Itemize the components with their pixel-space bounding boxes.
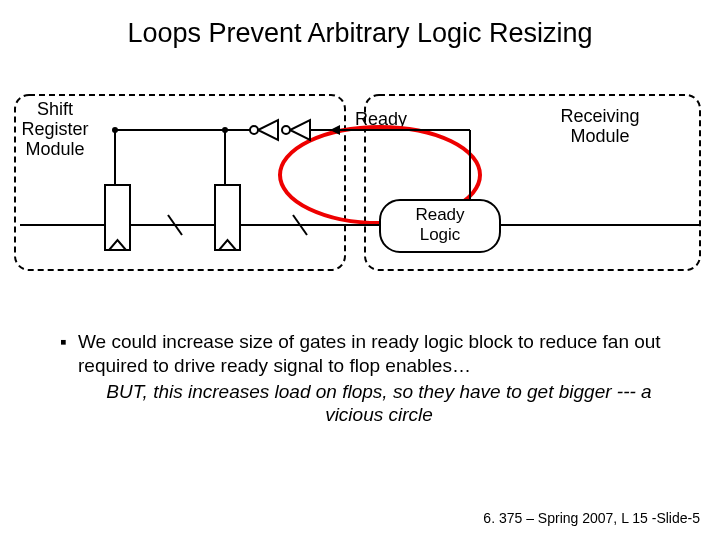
flop-icon (105, 185, 130, 250)
inverter-icon (250, 120, 278, 140)
svg-marker-2 (290, 120, 310, 140)
inverter-icon (282, 120, 310, 140)
circuit-diagram: Shift Register Module Receiving Module R… (10, 90, 710, 280)
svg-point-5 (250, 126, 258, 134)
bullet-text: We could increase size of gates in ready… (78, 330, 680, 378)
svg-marker-4 (258, 120, 278, 140)
shift-label-1: Shift (37, 99, 73, 119)
recv-label-1: Receiving (560, 106, 639, 126)
slide-footer: 6. 375 – Spring 2007, L 15 -Slide-5 (483, 510, 700, 526)
body-text: ▪ We could increase size of gates in rea… (60, 330, 680, 427)
flop-icon (215, 185, 240, 250)
recv-label-2: Module (570, 126, 629, 146)
ready-logic-l1: Ready (415, 205, 465, 224)
page-title: Loops Prevent Arbitrary Logic Resizing (0, 0, 720, 49)
shift-label-3: Module (25, 139, 84, 159)
bullet-mark-icon: ▪ (60, 330, 78, 378)
svg-point-3 (282, 126, 290, 134)
ready-logic-l2: Logic (420, 225, 461, 244)
shift-label-2: Register (21, 119, 88, 139)
bullet-italic: BUT, this increases load on flops, so th… (60, 380, 680, 428)
